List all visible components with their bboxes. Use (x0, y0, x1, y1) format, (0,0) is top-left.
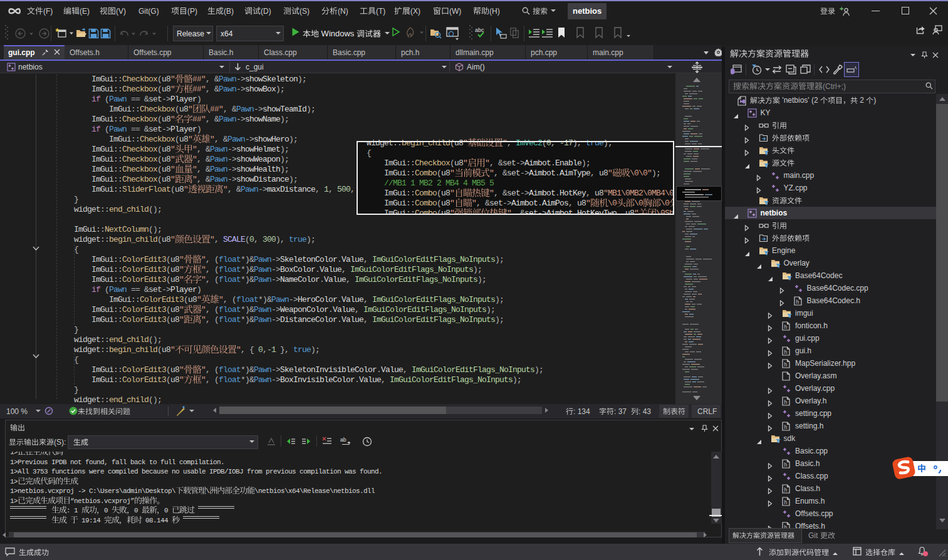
svg-text:h: h (784, 399, 787, 405)
svg-text:h: h (784, 462, 787, 468)
svg-text:h: h (796, 299, 799, 305)
svg-text:h: h (784, 487, 787, 493)
svg-text:h: h (784, 499, 787, 506)
svg-text:h: h (784, 324, 787, 330)
svg-text:h: h (784, 349, 787, 355)
svg-text:ab: ab (340, 437, 346, 443)
svg-text:h: h (784, 424, 787, 430)
svg-text:h: h (784, 361, 787, 368)
